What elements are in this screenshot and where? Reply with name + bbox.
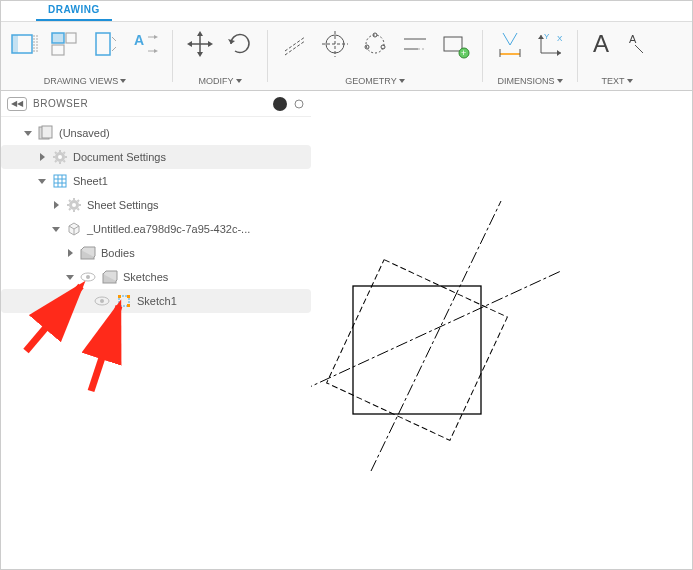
- collapse-browser-button[interactable]: ◀◀: [7, 97, 27, 111]
- tree-label: (Unsaved): [59, 127, 110, 139]
- svg-point-22: [366, 35, 384, 53]
- tree-item-document-settings[interactable]: Document Settings: [1, 145, 311, 169]
- tree-label: Bodies: [101, 247, 135, 259]
- svg-rect-8: [96, 33, 110, 55]
- tree-label: Sketches: [123, 271, 168, 283]
- drawing-canvas[interactable]: [311, 91, 692, 569]
- group-label-dimensions[interactable]: DIMENSIONS: [497, 76, 562, 88]
- svg-text:Y: Y: [544, 32, 550, 41]
- svg-rect-63: [118, 295, 121, 298]
- group-label-modify[interactable]: MODIFY: [199, 76, 242, 88]
- svg-point-55: [72, 203, 76, 207]
- svg-rect-64: [127, 295, 130, 298]
- text-icon[interactable]: A: [587, 26, 623, 62]
- visibility-eye-icon[interactable]: [79, 268, 97, 286]
- svg-rect-65: [118, 304, 121, 307]
- ribbon-group-dimensions: XY DIMENSIONS: [486, 22, 574, 90]
- browser-title: BROWSER: [33, 98, 267, 109]
- ribbon-group-text: A A TEXT: [581, 22, 653, 90]
- ribbon-toolbar: A DRAWING VIEWS MODIFY: [1, 21, 692, 91]
- svg-line-69: [311, 271, 561, 391]
- svg-text:A: A: [134, 32, 144, 48]
- projected-view-icon[interactable]: [47, 26, 83, 62]
- svg-rect-49: [54, 175, 66, 187]
- svg-rect-1: [12, 35, 18, 53]
- svg-text:+: +: [461, 48, 466, 58]
- svg-marker-13: [197, 52, 203, 57]
- svg-rect-29: [444, 37, 462, 51]
- tree-item-bodies[interactable]: Bodies: [1, 241, 311, 265]
- dimension-icon[interactable]: [492, 26, 528, 62]
- tree-label: _Untitled.ea798d9c-7a95-432c-...: [87, 223, 250, 235]
- svg-rect-5: [52, 33, 64, 43]
- visibility-eye-icon[interactable]: [93, 292, 111, 310]
- pin-browser-button[interactable]: [273, 97, 287, 111]
- move-icon[interactable]: [182, 26, 218, 62]
- svg-point-61: [100, 299, 104, 303]
- svg-marker-11: [154, 49, 158, 53]
- tree-label: Sketch1: [137, 295, 177, 307]
- svg-point-44: [295, 100, 303, 108]
- tab-drawing[interactable]: DRAWING: [36, 0, 112, 21]
- tree-item-untitled[interactable]: _Untitled.ea798d9c-7a95-432c-...: [1, 217, 311, 241]
- group-label-text[interactable]: TEXT: [601, 76, 632, 88]
- svg-marker-12: [197, 31, 203, 36]
- detail-view-icon[interactable]: A: [127, 26, 163, 62]
- svg-line-43: [635, 45, 643, 53]
- svg-rect-7: [52, 45, 64, 55]
- leader-icon[interactable]: A: [627, 26, 647, 62]
- ribbon-group-geometry: + GEOMETRY: [271, 22, 479, 90]
- svg-marker-10: [154, 35, 158, 39]
- tree-item-sketch1[interactable]: Sketch1: [1, 289, 311, 313]
- edge-extension-icon[interactable]: [397, 26, 433, 62]
- center-mark-icon[interactable]: [317, 26, 353, 62]
- ordinate-icon[interactable]: XY: [532, 26, 568, 62]
- group-label-drawing-views[interactable]: DRAWING VIEWS: [44, 76, 127, 88]
- center-pattern-icon[interactable]: [357, 26, 393, 62]
- svg-marker-14: [187, 41, 192, 47]
- svg-line-18: [285, 41, 305, 55]
- tree-label: Document Settings: [73, 151, 166, 163]
- section-view-icon[interactable]: [87, 26, 123, 62]
- rotate-icon[interactable]: [222, 26, 258, 62]
- centerline-icon[interactable]: [277, 26, 313, 62]
- ribbon-group-modify: MODIFY: [176, 22, 264, 90]
- svg-text:X: X: [557, 34, 563, 43]
- tree-item-sheet-settings[interactable]: Sheet Settings: [1, 193, 311, 217]
- svg-text:A: A: [629, 33, 637, 45]
- svg-text:A: A: [593, 30, 609, 57]
- svg-marker-36: [557, 50, 561, 56]
- tree-item-sketches[interactable]: Sketches: [1, 265, 311, 289]
- svg-rect-68: [327, 260, 508, 441]
- measure-icon[interactable]: +: [437, 26, 473, 62]
- group-label-geometry[interactable]: GEOMETRY: [345, 76, 404, 88]
- base-view-icon[interactable]: [7, 26, 43, 62]
- svg-rect-6: [66, 33, 76, 43]
- browser-panel: ◀◀ BROWSER (Unsaved) Document Settings S…: [1, 91, 311, 569]
- svg-rect-67: [353, 286, 481, 414]
- browser-tree: (Unsaved) Document Settings Sheet1 Sheet…: [1, 117, 311, 317]
- tree-label: Sheet Settings: [87, 199, 159, 211]
- tree-label: Sheet1: [73, 175, 108, 187]
- tree-root[interactable]: (Unsaved): [1, 121, 311, 145]
- svg-marker-15: [208, 41, 213, 47]
- tree-item-sheet1[interactable]: Sheet1: [1, 169, 311, 193]
- svg-line-17: [285, 37, 305, 51]
- browser-options-icon[interactable]: [293, 98, 305, 110]
- svg-point-58: [86, 275, 90, 279]
- svg-rect-46: [42, 126, 52, 138]
- svg-rect-66: [127, 304, 130, 307]
- svg-point-48: [58, 155, 62, 159]
- ribbon-group-drawing-views: A DRAWING VIEWS: [1, 22, 169, 90]
